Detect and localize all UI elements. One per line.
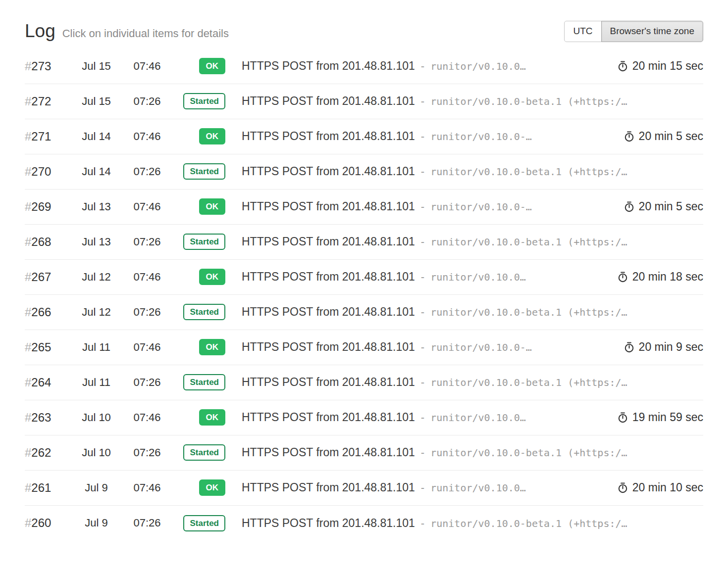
- status-badge: Started: [183, 444, 225, 461]
- log-row[interactable]: #261 Jul 9 07:46 OK HTTPS POST from 201.…: [25, 471, 703, 506]
- log-row[interactable]: #268 Jul 13 07:26 Started HTTPS POST fro…: [25, 225, 703, 260]
- event-message: HTTPS POST from 201.48.81.101: [242, 130, 415, 143]
- status-badge-cell: OK: [172, 339, 225, 355]
- event-date: Jul 9: [70, 517, 122, 529]
- event-date: Jul 14: [70, 130, 122, 143]
- event-time: 07:26: [122, 446, 172, 459]
- event-message: HTTPS POST from 201.48.81.101: [242, 270, 415, 284]
- event-duration-cell: 20 min 10 sec: [608, 481, 703, 494]
- event-message-cell: HTTPS POST from 201.48.81.101 - runitor/…: [242, 200, 615, 213]
- event-date: Jul 10: [70, 446, 122, 459]
- status-badge-cell: OK: [172, 409, 225, 426]
- user-agent: runitor/v0.10.0-beta.1 (+https:/…: [430, 236, 627, 248]
- event-duration-cell: 20 min 15 sec: [608, 59, 703, 73]
- event-duration-cell: 20 min 5 sec: [615, 130, 703, 143]
- message-separator: -: [421, 341, 424, 354]
- utc-button[interactable]: UTC: [564, 21, 601, 42]
- event-number: #272: [25, 95, 70, 108]
- user-agent: runitor/v0.10.0…: [430, 60, 526, 72]
- log-row[interactable]: #271 Jul 14 07:46 OK HTTPS POST from 201…: [25, 119, 703, 154]
- event-number: #263: [25, 411, 70, 425]
- event-message-cell: HTTPS POST from 201.48.81.101 - runitor/…: [242, 340, 615, 354]
- status-badge-cell: Started: [172, 93, 225, 109]
- event-message: HTTPS POST from 201.48.81.101: [242, 517, 415, 530]
- log-row[interactable]: #270 Jul 14 07:26 Started HTTPS POST fro…: [25, 154, 703, 190]
- status-badge: OK: [199, 58, 226, 74]
- event-message-cell: HTTPS POST from 201.48.81.101 - runitor/…: [242, 95, 703, 108]
- status-badge: Started: [183, 234, 225, 250]
- status-badge: OK: [199, 339, 226, 355]
- status-badge: Started: [183, 374, 225, 390]
- status-badge-cell: Started: [172, 374, 225, 390]
- event-message: HTTPS POST from 201.48.81.101: [242, 95, 415, 108]
- event-time: 07:46: [122, 341, 172, 354]
- event-number: #262: [25, 446, 70, 460]
- number-prefix: #: [25, 95, 31, 108]
- event-time: 07:26: [122, 376, 172, 389]
- status-badge-cell: OK: [172, 198, 225, 215]
- event-date: Jul 11: [70, 341, 122, 354]
- status-badge-cell: OK: [172, 58, 225, 74]
- message-separator: -: [421, 306, 424, 319]
- user-agent: runitor/v0.10.0-…: [430, 201, 532, 213]
- user-agent: runitor/v0.10.0…: [430, 482, 526, 494]
- stopwatch-icon: [617, 271, 628, 283]
- browser-timezone-button[interactable]: Browser's time zone: [601, 21, 703, 42]
- status-badge-cell: Started: [172, 515, 225, 531]
- log-row[interactable]: #262 Jul 10 07:26 Started HTTPS POST fro…: [25, 435, 703, 471]
- event-duration: 20 min 5 sec: [639, 130, 703, 143]
- event-time: 07:46: [122, 271, 172, 284]
- event-number: #265: [25, 340, 70, 354]
- event-time: 07:26: [122, 306, 172, 319]
- stopwatch-icon: [617, 482, 628, 493]
- event-time: 07:46: [122, 200, 172, 213]
- event-duration: 20 min 5 sec: [639, 200, 703, 213]
- log-table: #273 Jul 15 07:46 OK HTTPS POST from 201…: [25, 49, 703, 541]
- event-number: #273: [25, 59, 70, 73]
- event-time: 07:26: [122, 95, 172, 108]
- event-message: HTTPS POST from 201.48.81.101: [242, 305, 415, 319]
- event-date: Jul 15: [70, 60, 122, 73]
- event-message: HTTPS POST from 201.48.81.101: [242, 481, 415, 494]
- event-time: 07:46: [122, 60, 172, 73]
- log-row[interactable]: #265 Jul 11 07:46 OK HTTPS POST from 201…: [25, 330, 703, 365]
- message-separator: -: [421, 376, 424, 389]
- log-row[interactable]: #272 Jul 15 07:26 Started HTTPS POST fro…: [25, 84, 703, 119]
- log-row[interactable]: #263 Jul 10 07:46 OK HTTPS POST from 201…: [25, 400, 703, 435]
- event-time: 07:26: [122, 236, 172, 248]
- event-message-cell: HTTPS POST from 201.48.81.101 - runitor/…: [242, 130, 615, 143]
- user-agent: runitor/v0.10.0-beta.1 (+https:/…: [430, 518, 627, 529]
- event-message-cell: HTTPS POST from 201.48.81.101 - runitor/…: [242, 270, 608, 284]
- event-message: HTTPS POST from 201.48.81.101: [242, 59, 415, 73]
- status-badge-cell: Started: [172, 163, 225, 180]
- event-message: HTTPS POST from 201.48.81.101: [242, 340, 415, 354]
- event-duration: 20 min 9 sec: [639, 340, 703, 354]
- log-row[interactable]: #267 Jul 12 07:46 OK HTTPS POST from 201…: [25, 260, 703, 295]
- event-duration: 20 min 15 sec: [632, 59, 703, 73]
- event-number: #267: [25, 270, 70, 284]
- event-date: Jul 9: [70, 481, 122, 494]
- event-duration-cell: 20 min 5 sec: [615, 200, 703, 213]
- event-date: Jul 11: [70, 376, 122, 389]
- event-message: HTTPS POST from 201.48.81.101: [242, 235, 415, 248]
- event-number: #271: [25, 130, 70, 143]
- event-message-cell: HTTPS POST from 201.48.81.101 - runitor/…: [242, 517, 703, 530]
- status-badge-cell: Started: [172, 234, 225, 250]
- event-time: 07:46: [122, 411, 172, 424]
- log-row[interactable]: #273 Jul 15 07:46 OK HTTPS POST from 201…: [25, 49, 703, 84]
- stopwatch-icon: [624, 341, 635, 353]
- log-row[interactable]: #269 Jul 13 07:46 OK HTTPS POST from 201…: [25, 190, 703, 225]
- message-separator: -: [421, 130, 424, 143]
- event-number: #269: [25, 200, 70, 214]
- event-duration-cell: 20 min 18 sec: [608, 270, 703, 284]
- number-prefix: #: [25, 165, 31, 178]
- message-separator: -: [421, 95, 424, 108]
- status-badge: Started: [183, 93, 225, 109]
- user-agent: runitor/v0.10.0-beta.1 (+https:/…: [430, 306, 627, 318]
- log-row[interactable]: #266 Jul 12 07:26 Started HTTPS POST fro…: [25, 295, 703, 330]
- log-row[interactable]: #264 Jul 11 07:26 Started HTTPS POST fro…: [25, 365, 703, 400]
- event-duration: 19 min 59 sec: [632, 411, 703, 424]
- status-badge: Started: [183, 515, 225, 531]
- event-message: HTTPS POST from 201.48.81.101: [242, 411, 415, 424]
- log-row[interactable]: #260 Jul 9 07:26 Started HTTPS POST from…: [25, 506, 703, 541]
